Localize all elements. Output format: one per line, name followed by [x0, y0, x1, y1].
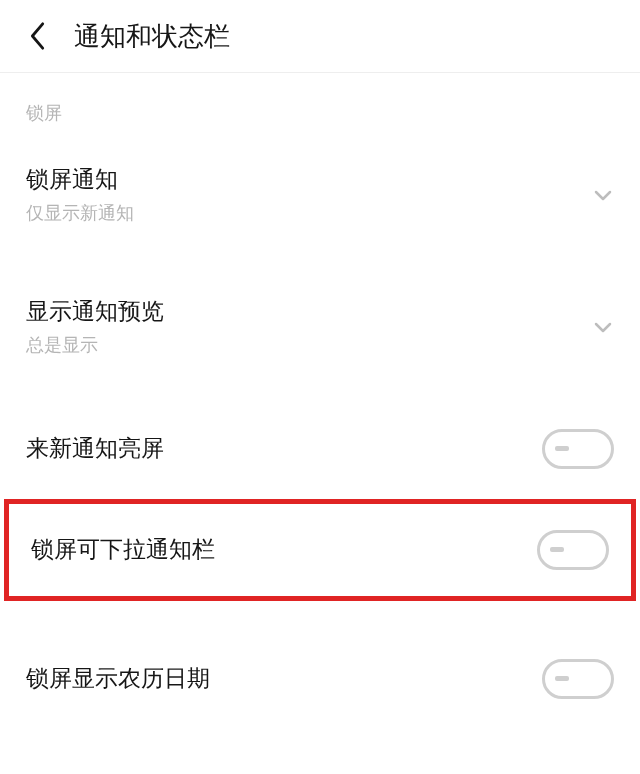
- toggle-handle-icon: [555, 446, 569, 451]
- section-title-lockscreen: 锁屏: [0, 73, 640, 143]
- header: 通知和状态栏: [0, 0, 640, 73]
- row-texts: 锁屏通知 仅显示新通知: [26, 165, 134, 225]
- row-notification-preview[interactable]: 显示通知预览 总是显示: [0, 275, 640, 379]
- toggle-handle-icon: [555, 676, 569, 681]
- chevron-down-icon: [592, 321, 614, 333]
- row-subtitle: 总是显示: [26, 333, 164, 357]
- back-button[interactable]: [20, 18, 56, 54]
- chevron-left-icon: [28, 21, 48, 51]
- page-title: 通知和状态栏: [74, 19, 230, 54]
- row-title: 来新通知亮屏: [26, 434, 164, 464]
- toggle-wake[interactable]: [542, 429, 614, 469]
- row-title: 锁屏显示农历日期: [26, 664, 210, 694]
- row-subtitle: 仅显示新通知: [26, 201, 134, 225]
- row-title: 锁屏可下拉通知栏: [31, 535, 215, 565]
- toggle-pulldown[interactable]: [537, 530, 609, 570]
- toggle-handle-icon: [550, 547, 564, 552]
- row-title: 显示通知预览: [26, 297, 164, 327]
- row-wake-on-notification: 来新通知亮屏: [0, 407, 640, 491]
- highlighted-row-container: 锁屏可下拉通知栏: [4, 499, 636, 601]
- row-title: 锁屏通知: [26, 165, 134, 195]
- toggle-lunar[interactable]: [542, 659, 614, 699]
- row-lockscreen-lunar: 锁屏显示农历日期: [0, 637, 640, 721]
- row-texts: 显示通知预览 总是显示: [26, 297, 164, 357]
- chevron-down-icon: [592, 189, 614, 201]
- row-lockscreen-pulldown: 锁屏可下拉通知栏: [9, 504, 631, 596]
- row-lockscreen-notifications[interactable]: 锁屏通知 仅显示新通知: [0, 143, 640, 247]
